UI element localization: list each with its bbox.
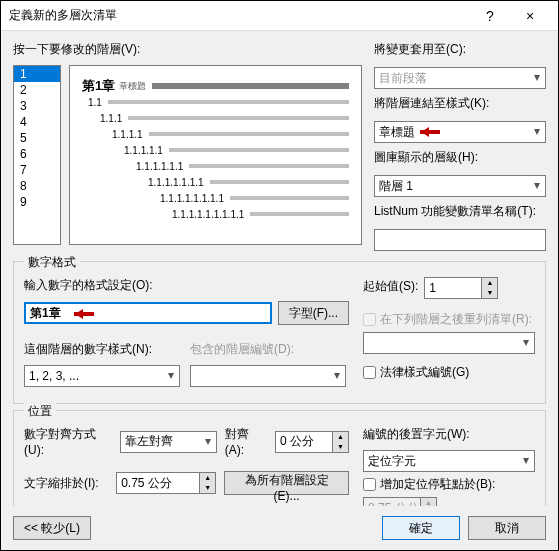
preview-line: 1.1.1.1.1.1 xyxy=(82,160,349,172)
preview-line: 1.1.1.1 xyxy=(82,128,349,140)
align-label: 數字對齊方式(U): xyxy=(24,426,112,457)
number-style-select[interactable] xyxy=(24,365,180,387)
preview-line: 1.1.1 xyxy=(82,112,349,124)
level-item[interactable]: 9 xyxy=(14,194,60,210)
set-all-button[interactable]: 為所有階層設定(E)... xyxy=(224,471,349,495)
restart-select xyxy=(363,332,535,354)
enter-format-input[interactable] xyxy=(24,302,272,324)
annotation-arrow-icon xyxy=(70,309,100,319)
preview-line: 1.1.1.1.1.1.1.1.1 xyxy=(82,208,349,220)
gallery-label: 圖庫顯示的層級(H): xyxy=(374,149,546,166)
level-listbox[interactable]: 123456789 xyxy=(13,65,61,245)
tabstop-spinner: ▲▼ xyxy=(363,497,535,506)
window-title: 定義新的多層次清單 xyxy=(9,7,470,24)
follow-select[interactable] xyxy=(363,450,535,472)
legal-checkbox[interactable] xyxy=(363,366,376,379)
annotation-arrow-icon xyxy=(416,127,446,137)
apply-to-select[interactable] xyxy=(374,67,546,89)
align-select[interactable] xyxy=(120,431,217,453)
restart-checkbox xyxy=(363,313,376,326)
start-at-label: 起始值(S): xyxy=(363,278,418,295)
level-item[interactable]: 6 xyxy=(14,146,60,162)
include-level-select xyxy=(190,365,346,387)
levels-label: 按一下要修改的階層(V): xyxy=(13,41,362,58)
align-at-label: 對齊(A): xyxy=(225,426,267,457)
link-style-select[interactable] xyxy=(374,121,546,143)
close-button[interactable]: × xyxy=(510,8,550,24)
link-style-label: 將階層連結至樣式(K): xyxy=(374,95,546,112)
preview-line: 1.1.1.1.1.1.1 xyxy=(82,176,349,188)
help-button[interactable]: ? xyxy=(470,8,510,24)
level-item[interactable]: 1 xyxy=(14,66,60,82)
cancel-button[interactable]: 取消 xyxy=(468,516,546,540)
tabstop-checkbox[interactable] xyxy=(363,478,376,491)
restart-label: 在下列階層之後重列清單(R): xyxy=(380,311,532,328)
number-style-label: 這個階層的數字樣式(N): xyxy=(24,341,180,358)
ok-button[interactable]: 確定 xyxy=(382,516,460,540)
apply-to-label: 將變更套用至(C): xyxy=(374,41,546,58)
level-item[interactable]: 7 xyxy=(14,162,60,178)
listnum-input[interactable] xyxy=(374,229,546,251)
level-item[interactable]: 8 xyxy=(14,178,60,194)
follow-label: 編號的後置字元(W): xyxy=(363,426,535,443)
position-group: 位置 數字對齊方式(U): 對齊(A): ▲▼ 文字縮排於(I): ▲▼ 為所有… xyxy=(13,410,546,506)
number-format-group: 數字格式 輸入數字的格式設定(O): 字型(F)... 這個階層的數字樣式(N)… xyxy=(13,261,546,404)
preview-line: 1.1 xyxy=(82,96,349,108)
listnum-label: ListNum 功能變數清單名稱(T): xyxy=(374,203,546,220)
level-item[interactable]: 3 xyxy=(14,98,60,114)
start-at-spinner[interactable]: ▲▼ xyxy=(424,277,498,299)
font-button[interactable]: 字型(F)... xyxy=(278,301,349,325)
less-button[interactable]: << 較少(L) xyxy=(13,516,91,540)
indent-spinner[interactable]: ▲▼ xyxy=(116,472,216,494)
level-item[interactable]: 5 xyxy=(14,130,60,146)
align-at-spinner[interactable]: ▲▼ xyxy=(275,431,349,453)
level-item[interactable]: 2 xyxy=(14,82,60,98)
indent-label: 文字縮排於(I): xyxy=(24,475,108,492)
position-legend: 位置 xyxy=(24,403,56,420)
include-level-label: 包含的階層編號(D): xyxy=(190,341,346,358)
preview-line: 1.1.1.1.1 xyxy=(82,144,349,156)
preview-line: 1.1.1.1.1.1.1.1 xyxy=(82,192,349,204)
preview-top-num: 第1章 xyxy=(82,77,115,95)
gallery-select[interactable] xyxy=(374,175,546,197)
preview-top-sub: 章標題 xyxy=(119,80,146,93)
legal-label: 法律樣式編號(G) xyxy=(380,364,469,381)
titlebar: 定義新的多層次清單 ? × xyxy=(1,1,558,31)
preview-pane: 第1章 章標題 1.11.1.11.1.1.11.1.1.1.11.1.1.1.… xyxy=(69,65,362,245)
tabstop-label: 增加定位停駐點於(B): xyxy=(380,476,495,493)
enter-format-label: 輸入數字的格式設定(O): xyxy=(24,277,349,294)
number-format-legend: 數字格式 xyxy=(24,254,80,271)
level-item[interactable]: 4 xyxy=(14,114,60,130)
